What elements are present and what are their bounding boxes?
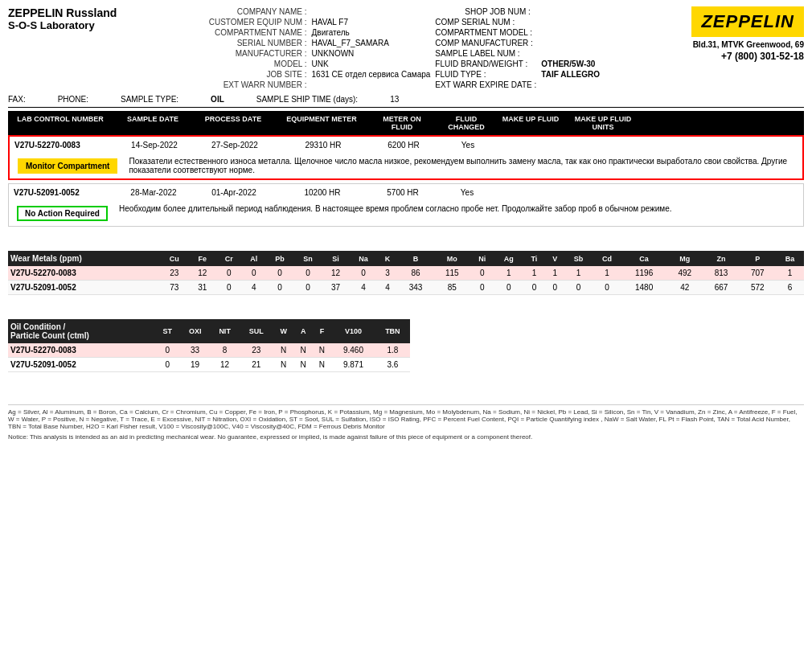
wear-cell: 3 <box>378 266 398 281</box>
sample-cell: 14-Sep-2022 <box>114 139 195 151</box>
wear-col-header: Cd <box>593 251 621 266</box>
oil-cell: 33 <box>180 343 211 358</box>
fax-label: FAX: <box>8 95 26 104</box>
col-fluid-changed: FLUID CHANGED <box>434 113 498 133</box>
wear-row: V27U-52270-00832312000012038611501111111… <box>8 266 804 281</box>
ext-expire-label: EXT WARR EXPIRE DATE : <box>433 80 539 90</box>
oil-cell: 21 <box>240 358 273 372</box>
sample-cell: Yes <box>435 187 499 199</box>
wear-cell: 0 <box>545 281 564 295</box>
wear-col-header: Fe <box>189 251 216 266</box>
sample-cell: 5700 HR <box>371 187 435 199</box>
shop-job-val <box>539 6 602 17</box>
oil-cell: N <box>313 358 331 372</box>
page: ZEPPELIN Russland S-O-S Laboratory COMPA… <box>0 0 812 447</box>
wear-cell: 1196 <box>621 266 666 281</box>
wear-cell: 4 <box>378 281 398 295</box>
wear-col-header: Zn <box>703 251 739 266</box>
ext-expire-val <box>539 80 602 90</box>
wear-cell: 85 <box>434 281 470 295</box>
oil-header: Oil Condition /Particle Count (ctml) STO… <box>8 319 410 343</box>
wear-col-header: B <box>397 251 433 266</box>
comp-serial-val <box>539 17 602 27</box>
wear-metals-table: Wear Metals (ppm) CuFeCrAlPbSnSiNaKBMoNi… <box>8 251 804 295</box>
wear-cell: 1 <box>545 266 564 281</box>
fluid-type-label: FLUID TYPE : <box>433 69 539 80</box>
col-process-date: PROCESS DATE <box>193 113 273 133</box>
oil-cell: N <box>273 358 294 372</box>
wear-cell: 572 <box>740 281 776 295</box>
wear-cell: 42 <box>666 281 703 295</box>
contact-row: FAX: PHONE: SAMPLE TYPE: OIL SAMPLE SHIP… <box>8 95 804 104</box>
wear-cell: 343 <box>397 281 433 295</box>
wear-cell: 0 <box>216 281 242 295</box>
status-badge: Monitor Compartment <box>18 158 117 174</box>
wear-cell: 0 <box>266 266 294 281</box>
wear-cell: 1 <box>564 266 593 281</box>
phone-number: +7 (800) 301-52-18 <box>691 51 804 62</box>
sample-cell: Yes <box>436 139 500 151</box>
wear-cell: 707 <box>740 266 776 281</box>
header: ZEPPELIN Russland S-O-S Laboratory COMPA… <box>8 6 804 90</box>
wear-cell: 1 <box>523 266 546 281</box>
wear-col-header: Ca <box>621 251 666 266</box>
wear-col-header: Mo <box>434 251 470 266</box>
wear-header: Wear Metals (ppm) CuFeCrAlPbSnSiNaKBMoNi… <box>8 251 804 266</box>
oil-col-header: TBN <box>375 319 410 343</box>
fluid-type-val: TAIF ALLEGRO <box>539 69 602 80</box>
oil-col-header: SUL <box>240 319 273 343</box>
sample-ship-val: 13 <box>390 95 399 104</box>
sample-row: V27U-52270-008314-Sep-202227-Sep-2022293… <box>8 135 804 180</box>
oil-cell: 12 <box>211 358 240 372</box>
sample-comment-row: Monitor CompartmentПоказатели естественн… <box>10 154 802 178</box>
job-site-label: JOB SITE : <box>207 69 310 80</box>
wear-cell: 0 <box>294 266 322 281</box>
oil-condition-table: Oil Condition /Particle Count (ctml) STO… <box>8 319 410 372</box>
wear-cell: 0 <box>266 281 294 295</box>
wear-body: V27U-52270-00832312000012038611501111111… <box>8 266 804 295</box>
sample-cell: V27U-52091-0052 <box>9 187 113 199</box>
wear-cell: 31 <box>189 281 216 295</box>
comp-model-val <box>539 27 602 38</box>
ext-warr-label: EXT WARR NUMBER : <box>207 80 310 90</box>
oil-row-id: V27U-52091-0052 <box>8 358 155 372</box>
fluid-brand-val: OTHER/5W-30 <box>539 59 602 69</box>
wear-cell: 1480 <box>621 281 666 295</box>
wear-col-header: Cu <box>160 251 189 266</box>
footnotes: Ag = Silver, Al = Aluminum, B = Boron, C… <box>8 404 804 441</box>
serial-val: HAVAL_F7_SAMARA <box>310 38 433 48</box>
wear-cell: 4 <box>350 281 378 295</box>
comp-mfr-label: COMP MANUFACTURER : <box>433 38 539 48</box>
shop-job-label: SHOP JOB NUM : <box>433 6 539 17</box>
wear-cell: 0 <box>470 266 494 281</box>
sample-cell: 01-Apr-2022 <box>194 187 274 199</box>
col-sample-date: SAMPLE DATE <box>113 113 193 133</box>
oil-col-header: W <box>273 319 294 343</box>
sample-cell: 6200 HR <box>371 139 436 151</box>
wear-col-header: Si <box>322 251 349 266</box>
col-lab-control: LAB CONTROL NUMBER <box>8 113 113 133</box>
wear-cell: 0 <box>470 281 494 295</box>
oil-col-header: A <box>293 319 312 343</box>
wear-col-header: Ag <box>494 251 523 266</box>
wear-cell: 86 <box>397 266 433 281</box>
sample-type-label: SAMPLE TYPE: <box>121 95 178 104</box>
sample-comment: Необходим более длительный период наблюд… <box>119 204 798 213</box>
wear-cell: 23 <box>160 266 189 281</box>
comp-name-label: COMPARTMENT NAME : <box>207 27 310 38</box>
company-name: ZEPPELIN Russland <box>8 6 117 19</box>
wear-cell: 0 <box>216 266 242 281</box>
company-info: ZEPPELIN Russland S-O-S Laboratory <box>8 6 117 31</box>
wear-col-header: Na <box>350 251 378 266</box>
oil-col-header: F <box>313 319 331 343</box>
oil-cell: 19 <box>180 358 211 372</box>
wear-row-id: V27U-52270-0083 <box>8 266 160 281</box>
oil-col-header: NIT <box>211 319 240 343</box>
sample-rows: V27U-52270-008314-Sep-202227-Sep-2022293… <box>8 135 804 227</box>
ext-warr-val <box>310 80 433 90</box>
wear-cell: 0 <box>564 281 593 295</box>
wear-cell: 37 <box>322 281 349 295</box>
header-divider <box>8 107 804 108</box>
job-site-val: 1631 CE отдел сервиса Самара <box>310 69 433 80</box>
wear-metals-title: Wear Metals (ppm) <box>8 251 160 266</box>
